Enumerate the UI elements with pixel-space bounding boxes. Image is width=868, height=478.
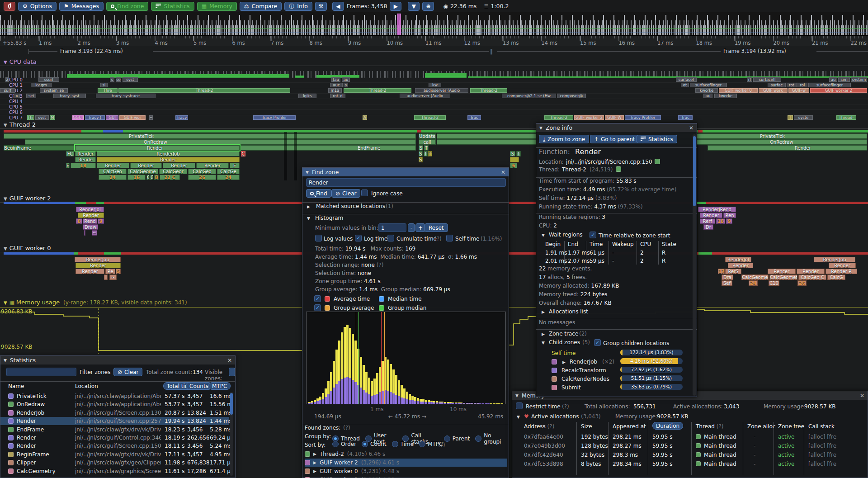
cpu-segment[interactable]: GUIF worker 2 (810, 88, 867, 93)
find-zone-search-input[interactable]: Render (306, 178, 506, 187)
timeline-zone[interactable]: 22 C (160, 175, 180, 180)
frame-time-graph[interactable] (0, 12, 868, 35)
reset-button[interactable]: Reset (425, 223, 448, 232)
cpu-segment[interactable]: Thread-2 (414, 115, 446, 120)
cpu-segment[interactable]: lgiks (298, 94, 316, 98)
wait-col-header[interactable]: CPU (640, 241, 651, 247)
timeline-zone[interactable] (84, 230, 85, 236)
child-zone-row[interactable]: Submit35.63 µs (0.79%) (536, 384, 692, 392)
cpu-segment[interactable]: surfaceflinger (808, 83, 851, 87)
minbin-plus-button[interactable]: + (415, 223, 425, 232)
cpu-segment[interactable]: × (14, 94, 20, 98)
cpu-segment[interactable]: Thread-2 (118, 88, 290, 93)
stats-table-row[interactable]: Renderjni/../jni/src/guif/Screen.cpp:150… (0, 442, 229, 450)
clear-button[interactable]: ⊘Clear (331, 189, 360, 198)
cpu-segment[interactable]: kv.gm (31, 83, 52, 87)
compare-button[interactable]: ⚖Compare (240, 2, 282, 11)
radio-option[interactable]: Count (362, 441, 387, 447)
help-mark[interactable]: (?) (434, 236, 442, 242)
matched-source-locations[interactable]: Matched source locations (316, 203, 385, 209)
cpu-segment[interactable]: rol (797, 83, 807, 87)
cpu-segment[interactable]: syst (35, 115, 49, 120)
selftime-checkbox[interactable] (446, 235, 453, 241)
alloc-row[interactable]: 0x7dfc42d64032 bytes298.3 ms59.95 sMain … (512, 451, 868, 459)
stats-table-row[interactable]: RenderJobjni/../jni/src/guif/Screen.cpp:… (0, 409, 229, 417)
histogram-section[interactable]: Histogram (315, 215, 343, 221)
radio-option[interactable]: No groupi (475, 432, 509, 445)
timeline-zone[interactable]: Render (196, 163, 229, 168)
cumulate-checkbox[interactable] (387, 235, 394, 241)
prev-frame-button[interactable]: ◀ (332, 2, 344, 11)
cpu-segment[interactable]: rot (787, 83, 797, 87)
wait-col-header[interactable]: State (662, 241, 676, 247)
alloc-row[interactable]: 0x7e049b3d00128 bytes298.27 ms59.95 sMai… (512, 442, 868, 450)
mem-col-5[interactable]: Zone alloc (747, 423, 775, 430)
cpu-segment[interactable]: Thread-2 (344, 88, 411, 93)
timeline-zone[interactable]: Ren (723, 213, 736, 218)
cpu-segment[interactable]: GUI (106, 115, 118, 120)
timeline-zone[interactable]: FC (66, 151, 74, 156)
child-zones-section[interactable]: Child zones (549, 339, 580, 345)
restrict-time-checkbox[interactable] (516, 402, 523, 409)
stats-scrollbar[interactable] (230, 392, 233, 476)
zone-info-scrollbar[interactable] (693, 134, 696, 396)
messages-button[interactable]: ⚑Messages (59, 2, 104, 11)
timeline-zone[interactable]: Render (78, 213, 104, 218)
found-zone-row[interactable]: ▶Thread-2(4,105) 6.46 s (305, 450, 507, 458)
wait-col-header[interactable]: Begin (545, 241, 561, 247)
timeline-zone[interactable]: 9 (98, 218, 104, 224)
memory-usage-header[interactable]: ▼▦ Memory usage(y-range: 178.27 KB, visi… (4, 299, 187, 306)
timeline-zone[interactable]: RenderJob (75, 257, 121, 262)
focus-frame-button[interactable]: ⊕ (422, 2, 434, 11)
cpu-segment[interactable]: Thread-2 (544, 115, 573, 120)
cpu-segment[interactable]: auc (330, 83, 343, 87)
stats-table-row[interactable]: Renderjni/../jni/src/guif/Screen.cpp:257… (0, 417, 229, 425)
shutdown-button[interactable] (4, 2, 15, 11)
timeline-zone[interactable]: 24 (749, 280, 758, 286)
timeline-zone[interactable]: Render (130, 163, 162, 168)
find-zone-button[interactable]: Find zone (106, 2, 148, 11)
zone-trace-section[interactable]: Zone trace (549, 331, 578, 337)
timeline-zone[interactable]: Render (163, 163, 195, 168)
cpu-segment[interactable]: ssurf (38, 77, 59, 82)
cpu-segment[interactable]: GUIF work (759, 88, 788, 93)
cpu-data-header[interactable]: ▼CPU data (4, 58, 37, 65)
timeline-zone[interactable]: C (146, 175, 150, 180)
stats-table-row[interactable]: PrivateTickjni/../jni/src/claw/applicati… (0, 392, 229, 400)
timeline-zone[interactable]: CalcGeo (188, 169, 216, 174)
timeline-zone[interactable]: OnRedraw (25, 139, 416, 145)
stats-table-row[interactable]: EndFramejni/../jni/src/claw/gfx/drv/vk/D… (0, 426, 229, 434)
cpu-segment[interactable]: Trac (678, 115, 693, 120)
stats-table-row[interactable]: Renderjni/../jni/src/guif/Control.cpp:34… (0, 434, 229, 442)
found-zone-row[interactable]: ▶GUIF worker 0(3,231) 4.48 s (305, 467, 507, 475)
legend-checkbox[interactable]: ✓ (314, 295, 321, 302)
thread-header-guif-worker-2[interactable]: ▼GUIF worker 2 (4, 195, 51, 202)
thread-value[interactable]: Thread-2 (562, 166, 586, 173)
alloc-row[interactable]: 0x7dfc53d8988 bytes298.34 ms59.95 sMain … (512, 460, 868, 469)
cpu-segment[interactable]: audioserver (Audio (400, 94, 450, 98)
timeline-zone[interactable]: CalcGeomet (769, 274, 797, 280)
find-zone-titlebar[interactable]: ▼Find zone ✕ (302, 168, 509, 176)
found-zone-row[interactable]: ▶GUIF worker 1(3,192) 4.39 s (305, 476, 507, 478)
timeline-zone[interactable]: Rencer (768, 269, 796, 274)
timeline-zone[interactable]: 9 (726, 218, 732, 224)
help-mark[interactable]: (?) (438, 442, 445, 448)
col-mtpc[interactable]: MTPC (208, 382, 231, 390)
timeline-zone[interactable]: PrivateTick (4, 133, 416, 139)
child-zone-row[interactable]: CalcRenderNodes51.51 µs (1.15%) (536, 375, 692, 383)
thread-header-guif-worker-0[interactable]: ▼GUIF worker 0 (4, 245, 51, 251)
child-zone-row[interactable]: RecalcTransform72.92 µs (1.62%) (536, 367, 692, 374)
cpu-segment[interactable]: composer@2.1-se (Hw (502, 94, 556, 98)
timeline-zone[interactable]: Render (829, 263, 856, 268)
cpu-segment[interactable]: GUIF wor (119, 115, 146, 120)
timeline-zone[interactable]: C10 (769, 280, 779, 286)
time-ruler[interactable]: +55.83 s 1 ms2 ms3 ms4 ms5 ms6 ms7 ms8 m… (0, 35, 868, 46)
cpu-segment[interactable]: Tracy Profiler (253, 115, 296, 120)
timeline-zone[interactable]: C (150, 175, 153, 180)
timeline-zone[interactable]: 26 (188, 175, 216, 180)
timeline-zone[interactable]: S (419, 157, 423, 162)
cpu-segment[interactable]: GUIF worker 2 (574, 115, 604, 120)
statistics-button[interactable]: Statistics (151, 2, 194, 11)
cpu-segment[interactable]: ~ (149, 115, 153, 120)
timeline-zone[interactable]: Rerf (700, 218, 715, 224)
